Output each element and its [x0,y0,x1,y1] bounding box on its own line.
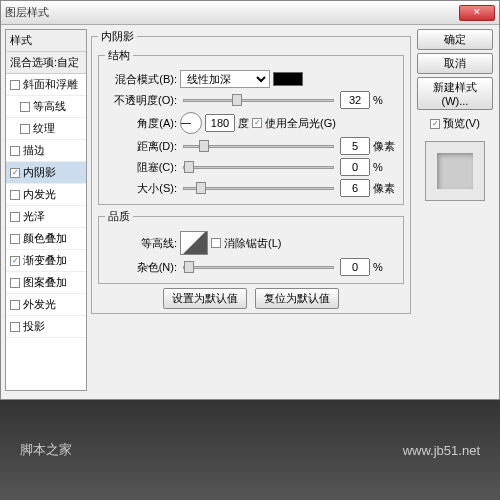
opacity-slider[interactable] [183,99,334,102]
choke-label: 阻塞(C): [105,160,177,175]
new-style-button[interactable]: 新建样式(W)... [417,77,493,110]
sidebar-item-6[interactable]: 光泽 [6,206,86,228]
sidebar-item-11[interactable]: 投影 [6,316,86,338]
structure-group: 结构 混合模式(B): 线性加深 不透明度(O): % 角度(A): [98,48,404,205]
angle-label: 角度(A): [105,116,177,131]
sidebar-item-1[interactable]: 等高线 [6,96,86,118]
footer-left: 脚本之家 [20,441,72,459]
ok-button[interactable]: 确定 [417,29,493,50]
sidebar-item-label: 纹理 [33,121,55,136]
contour-picker[interactable] [180,231,208,255]
checkbox-icon[interactable] [10,278,20,288]
size-slider[interactable] [183,187,334,190]
sidebar-item-0[interactable]: 斜面和浮雕 [6,74,86,96]
preview-label: 预览(V) [443,116,480,131]
sidebar-item-label: 光泽 [23,209,45,224]
cancel-button[interactable]: 取消 [417,53,493,74]
window-title: 图层样式 [5,5,49,20]
sidebar-blend-options[interactable]: 混合选项:自定 [6,52,86,74]
sidebar-header[interactable]: 样式 [6,30,86,52]
sidebar-item-label: 描边 [23,143,45,158]
angle-unit: 度 [238,116,249,131]
sidebar-item-label: 外发光 [23,297,56,312]
sidebar-item-label: 斜面和浮雕 [23,77,78,92]
opacity-unit: % [373,94,397,106]
sidebar-item-label: 内阴影 [23,165,56,180]
titlebar: 图层样式 ✕ [1,1,499,25]
blendmode-label: 混合模式(B): [105,72,177,87]
checkbox-icon[interactable] [10,190,20,200]
antialias-checkbox[interactable] [211,238,221,248]
quality-group: 品质 等高线: 消除锯齿(L) 杂色(N): % [98,209,404,284]
sidebar-item-2[interactable]: 纹理 [6,118,86,140]
sidebar-item-label: 投影 [23,319,45,334]
choke-unit: % [373,161,397,173]
close-button[interactable]: ✕ [459,5,495,21]
noise-input[interactable] [340,258,370,276]
size-label: 大小(S): [105,181,177,196]
distance-input[interactable] [340,137,370,155]
layer-style-dialog: 图层样式 ✕ 样式 混合选项:自定 斜面和浮雕等高线纹理描边✓内阴影内发光光泽颜… [0,0,500,400]
global-light-label: 使用全局光(G) [265,116,336,131]
inner-shadow-panel: 内阴影 结构 混合模式(B): 线性加深 不透明度(O): % [91,29,411,314]
angle-dial[interactable] [180,112,202,134]
opacity-input[interactable] [340,91,370,109]
noise-label: 杂色(N): [105,260,177,275]
antialias-label: 消除锯齿(L) [224,236,281,251]
choke-slider[interactable] [183,166,334,169]
reset-default-button[interactable]: 复位为默认值 [255,288,339,309]
structure-legend: 结构 [105,48,133,63]
footer: 脚本之家 www.jb51.net [0,400,500,500]
sidebar-item-3[interactable]: 描边 [6,140,86,162]
sidebar-item-label: 渐变叠加 [23,253,67,268]
size-unit: 像素 [373,181,397,196]
checkbox-icon[interactable] [10,146,20,156]
size-input[interactable] [340,179,370,197]
right-panel: 确定 取消 新建样式(W)... ✓预览(V) [415,29,495,391]
checkbox-icon[interactable] [10,300,20,310]
preview-thumbnail [425,141,485,201]
global-light-checkbox[interactable]: ✓ [252,118,262,128]
make-default-button[interactable]: 设置为默认值 [163,288,247,309]
opacity-label: 不透明度(O): [105,93,177,108]
quality-legend: 品质 [105,209,133,224]
sidebar-item-10[interactable]: 外发光 [6,294,86,316]
color-swatch[interactable] [273,72,303,86]
preview-checkbox[interactable]: ✓ [430,119,440,129]
checkbox-icon[interactable]: ✓ [10,256,20,266]
main-panel: 内阴影 结构 混合模式(B): 线性加深 不透明度(O): % [91,29,411,391]
sidebar-item-5[interactable]: 内发光 [6,184,86,206]
sidebar-item-label: 内发光 [23,187,56,202]
contour-label: 等高线: [105,236,177,251]
distance-slider[interactable] [183,145,334,148]
choke-input[interactable] [340,158,370,176]
checkbox-icon[interactable] [10,80,20,90]
checkbox-icon[interactable] [10,322,20,332]
distance-label: 距离(D): [105,139,177,154]
panel-title: 内阴影 [98,29,137,44]
styles-sidebar: 样式 混合选项:自定 斜面和浮雕等高线纹理描边✓内阴影内发光光泽颜色叠加✓渐变叠… [5,29,87,391]
sidebar-item-label: 图案叠加 [23,275,67,290]
noise-slider[interactable] [183,266,334,269]
sidebar-item-7[interactable]: 颜色叠加 [6,228,86,250]
sidebar-item-label: 等高线 [33,99,66,114]
noise-unit: % [373,261,397,273]
checkbox-icon[interactable] [10,234,20,244]
sidebar-item-9[interactable]: 图案叠加 [6,272,86,294]
distance-unit: 像素 [373,139,397,154]
sidebar-item-4[interactable]: ✓内阴影 [6,162,86,184]
footer-right: www.jb51.net [403,443,480,458]
blendmode-select[interactable]: 线性加深 [180,70,270,88]
checkbox-icon[interactable] [20,124,30,134]
checkbox-icon[interactable] [20,102,30,112]
angle-input[interactable] [205,114,235,132]
sidebar-item-8[interactable]: ✓渐变叠加 [6,250,86,272]
checkbox-icon[interactable]: ✓ [10,168,20,178]
checkbox-icon[interactable] [10,212,20,222]
sidebar-item-label: 颜色叠加 [23,231,67,246]
